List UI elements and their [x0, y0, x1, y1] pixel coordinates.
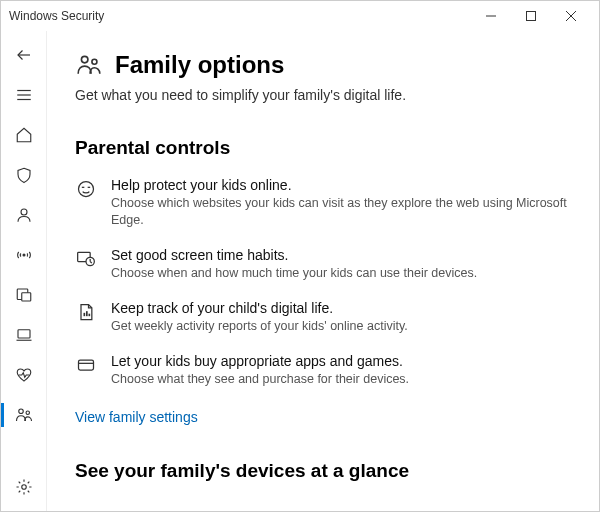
family-icon [14, 406, 34, 424]
sidebar-item-app-browser[interactable] [1, 275, 47, 315]
smiley-icon [75, 178, 97, 200]
item-desc: Choose which websites your kids can visi… [111, 195, 571, 229]
credit-card-icon [75, 354, 97, 376]
item-title: Help protect your kids online. [111, 177, 571, 193]
sidebar-item-home[interactable] [1, 115, 47, 155]
network-icon [14, 246, 34, 264]
person-icon [15, 206, 33, 224]
menu-button[interactable] [1, 75, 47, 115]
svg-point-8 [21, 209, 27, 215]
home-icon [15, 126, 33, 144]
parental-item-protect-online: Help protect your kids online. Choose wh… [75, 177, 571, 229]
window-title: Windows Security [9, 9, 471, 23]
sidebar-item-virus[interactable] [1, 155, 47, 195]
svg-point-14 [18, 409, 23, 414]
parental-item-screen-time: Set good screen time habits. Choose when… [75, 247, 571, 282]
svg-rect-27 [86, 311, 88, 316]
report-icon [75, 301, 97, 323]
sidebar-item-family[interactable] [1, 395, 47, 435]
item-title: Set good screen time habits. [111, 247, 571, 263]
minimize-button[interactable] [471, 1, 511, 31]
laptop-icon [15, 326, 33, 344]
sidebar-item-device-performance[interactable] [1, 355, 47, 395]
app-browser-icon [15, 286, 33, 304]
page-subtitle: Get what you need to simplify your famil… [75, 87, 571, 103]
svg-rect-28 [89, 313, 91, 316]
arrow-left-icon [15, 46, 33, 64]
item-desc: Choose when and how much time your kids … [111, 265, 571, 282]
svg-point-15 [26, 411, 29, 414]
svg-rect-11 [21, 293, 30, 301]
back-button[interactable] [1, 35, 47, 75]
page-title: Family options [115, 51, 284, 79]
item-desc: Choose what they see and purchase for th… [111, 371, 571, 388]
view-family-settings-link[interactable]: View family settings [75, 409, 198, 425]
content: Family options Get what you need to simp… [47, 31, 599, 511]
sidebar-item-settings[interactable] [1, 467, 47, 507]
screen-time-icon [75, 248, 97, 270]
svg-point-17 [81, 56, 88, 63]
heart-icon [15, 366, 33, 384]
svg-point-18 [92, 59, 97, 64]
item-title: Let your kids buy appropriate apps and g… [111, 353, 571, 369]
svg-point-19 [79, 182, 94, 197]
page-heading: Family options [75, 51, 571, 79]
parental-item-digital-life: Keep track of your child's digital life.… [75, 300, 571, 335]
svg-rect-29 [79, 360, 94, 370]
svg-rect-1 [527, 12, 536, 21]
gear-icon [15, 478, 33, 496]
item-desc: Get weekly activity reports of your kids… [111, 318, 571, 335]
shield-icon [15, 166, 33, 184]
body: Family options Get what you need to simp… [1, 31, 599, 511]
window: Windows Security [0, 0, 600, 512]
item-title: Keep track of your child's digital life. [111, 300, 571, 316]
close-button[interactable] [551, 1, 591, 31]
section-family-devices: See your family's devices at a glance [75, 460, 571, 482]
sidebar-item-firewall[interactable] [1, 235, 47, 275]
hamburger-icon [15, 86, 33, 104]
svg-rect-12 [18, 330, 30, 338]
svg-rect-26 [84, 312, 86, 315]
maximize-button[interactable] [511, 1, 551, 31]
svg-point-16 [21, 485, 26, 490]
sidebar-item-device-security[interactable] [1, 315, 47, 355]
sidebar-item-account[interactable] [1, 195, 47, 235]
parental-item-purchases: Let your kids buy appropriate apps and g… [75, 353, 571, 388]
section-parental-controls: Parental controls [75, 137, 571, 159]
family-options-icon [75, 51, 103, 79]
sidebar [1, 31, 47, 511]
titlebar: Windows Security [1, 1, 599, 31]
svg-point-9 [23, 254, 25, 256]
